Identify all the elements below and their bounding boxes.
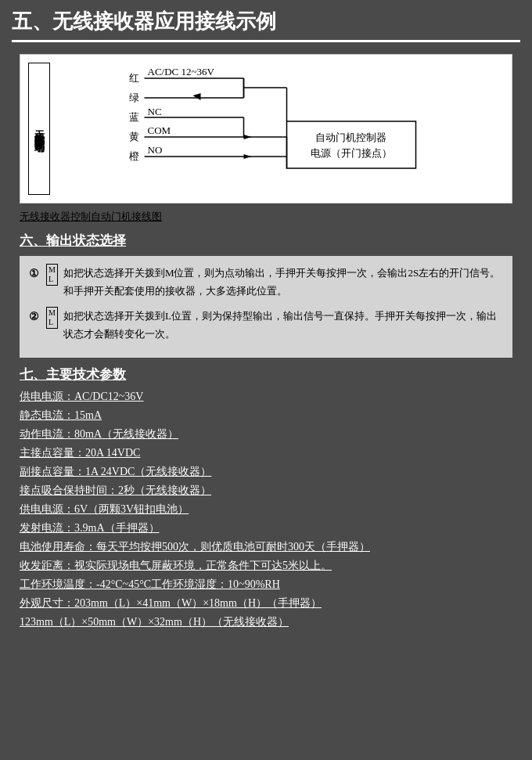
color-blue: 蓝 <box>129 111 139 123</box>
item1-number: ① <box>29 264 43 283</box>
spec-item-3: 主接点容量：20A 14VDC <box>20 446 512 460</box>
spec-item-6: 供电电源：6V（两颗3V钮扣电池） <box>20 502 512 517</box>
spec-item-10: 工作环境温度：-42°C~45°C工作环境湿度：10~90%RH <box>20 578 512 592</box>
color-orange: 橙 <box>129 150 139 162</box>
label-acdc: AC/DC 12~36V <box>148 66 215 77</box>
right-box-text1: 自动门机控制器 <box>315 131 386 143</box>
section-six-content: ① M L 如把状态选择开关拨到M位置，则为点动输出，手押开关每按押一次，会输出… <box>20 256 512 358</box>
item1-ml: M L <box>46 264 58 286</box>
spec-item-11: 外观尺寸：203mm（L）×41mm（W）×18mm（H）（手押器） <box>20 596 512 611</box>
diagram-content: 无线接收器控制端子 红 绿 蓝 黄 橙 <box>28 63 504 195</box>
arrow-com <box>244 135 252 139</box>
wiring-svg: 红 绿 蓝 黄 橙 AC/DC 12~36V <box>54 63 504 192</box>
spec-item-7: 发射电流：3.9mA（手押器） <box>20 521 512 535</box>
item1-m: M <box>49 265 56 275</box>
label-nc: NC <box>148 106 162 117</box>
spec-item-5: 接点吸合保持时间：2秒（无线接收器） <box>20 484 512 498</box>
right-box <box>287 121 416 168</box>
spec-item-8: 电池使用寿命：每天平均按押500次，则优质电池可耐时300天（手押器） <box>20 540 512 554</box>
spec-section: 供电电源：AC/DC12~36V静态电流：15mA动作电流：80mA（无线接收器… <box>20 390 512 629</box>
spec-item-9: 收发距离：视实际现场电气屏蔽环境，正常条件下可达5米以上。 <box>20 559 512 573</box>
section-seven-title: 七、主要技术参数 <box>20 366 512 384</box>
diagram-caption: 无线接收器控制自动门机接线图 <box>20 210 512 224</box>
label-no: NO <box>148 144 163 156</box>
right-box-text2: 电源（开门接点） <box>311 147 392 159</box>
color-green: 绿 <box>129 92 139 103</box>
spec-item-2: 动作电流：80mA（无线接收器） <box>20 427 512 441</box>
arrow-green <box>193 93 201 100</box>
arrow-no <box>244 154 252 159</box>
spec-item-1: 静态电流：15mA <box>20 409 512 423</box>
item2-number: ② <box>29 307 43 326</box>
output-item-2: ② M L 如把状态选择开关拨到L位置，则为保持型输出，输出信号一直保持。手押开… <box>29 307 503 344</box>
spec-item-12: 123mm（L）×50mm（W）×32mm（H）（无线接收器） <box>20 615 512 629</box>
page-title: 五、无线接收器应用接线示例 <box>12 8 520 42</box>
diagram-svg-area: 红 绿 蓝 黄 橙 AC/DC 12~36V <box>54 63 504 195</box>
color-yellow: 黄 <box>129 131 139 142</box>
color-red: 红 <box>129 72 139 84</box>
section-six-title: 六、输出状态选择 <box>20 232 512 250</box>
output-item-1: ① M L 如把状态选择开关拨到M位置，则为点动输出，手押开关每按押一次，会输出… <box>29 264 503 301</box>
item2-ml: M L <box>46 307 58 329</box>
item1-text: 如把状态选择开关拨到M位置，则为点动输出，手押开关每按押一次，会输出2S左右的开… <box>63 264 503 301</box>
item1-l: L <box>49 275 56 284</box>
item2-m: M <box>49 308 56 318</box>
spec-item-4: 副接点容量：1A 24VDC（无线接收器） <box>20 465 512 479</box>
spec-item-0: 供电电源：AC/DC12~36V <box>20 390 512 404</box>
wiring-diagram-section: 无线接收器控制端子 红 绿 蓝 黄 橙 <box>20 54 512 204</box>
label-com: COM <box>148 124 171 136</box>
terminal-label: 无线接收器控制端子 <box>28 63 50 195</box>
item2-l: L <box>49 318 56 327</box>
item2-text: 如把状态选择开关拨到L位置，则为保持型输出，输出信号一直保持。手押开关每按押一次… <box>63 307 503 344</box>
